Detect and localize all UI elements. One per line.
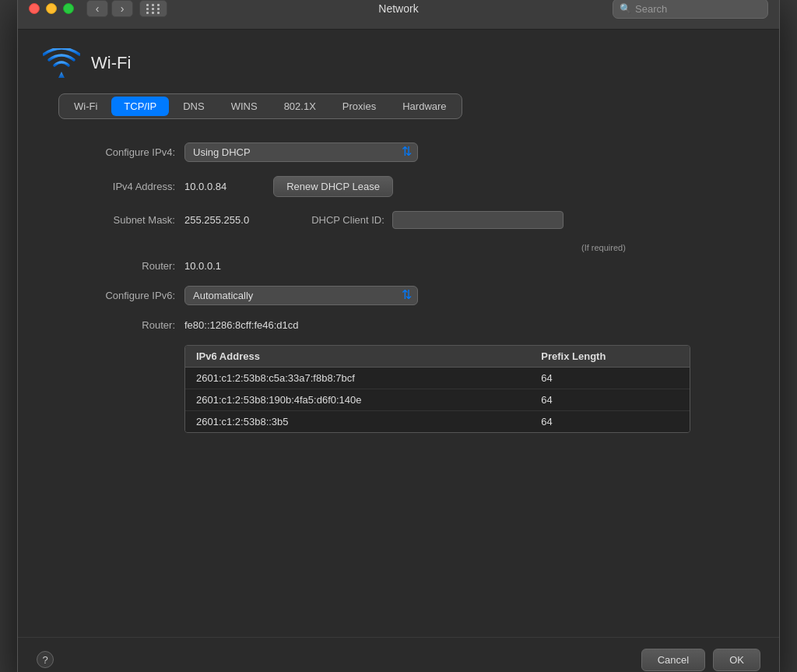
subnet-mask-label: Subnet Mask:	[51, 214, 175, 226]
titlebar: ‹ › Network 🔍	[18, 0, 779, 30]
ipv6-router-value: fe80::1286:8cff:fe46:d1cd	[184, 319, 299, 331]
ipv6-address-cell: 2601:c1:2:53b8:c5a:33a7:f8b8:7bcf	[185, 367, 530, 389]
ipv6-router-row: Router: fe80::1286:8cff:fe46:d1cd	[51, 319, 746, 331]
close-button[interactable]	[29, 3, 40, 14]
tab-wifi[interactable]: Wi-Fi	[61, 97, 110, 116]
prefix-length-cell: 64	[530, 410, 690, 432]
configure-ipv6-label: Configure IPv6:	[51, 290, 175, 301]
ipv6-address-cell: 2601:c1:2:53b8::3b5	[185, 410, 530, 432]
ipv6-table: IPv6 Address Prefix Length 2601:c1:2:53b…	[185, 346, 690, 432]
ok-button[interactable]: OK	[713, 649, 760, 671]
search-icon: 🔍	[620, 3, 631, 14]
search-input[interactable]	[635, 3, 761, 15]
ipv4-address-label: IPv4 Address:	[51, 181, 175, 192]
tab-proxies[interactable]: Proxies	[330, 97, 388, 116]
grid-button[interactable]	[139, 0, 167, 17]
table-row: 2601:c1:2:53b8::3b5 64	[185, 410, 690, 432]
router-row: Router: 10.0.0.1	[51, 260, 746, 272]
minimize-button[interactable]	[46, 3, 57, 14]
configure-ipv6-row: Configure IPv6: Automatically Manually O…	[51, 286, 746, 305]
configure-ipv6-select[interactable]: Automatically Manually Off	[184, 286, 418, 305]
wifi-header: Wi-Fi	[43, 48, 754, 78]
tabs: Wi-Fi TCP/IP DNS WINS 802.1X Proxies Har…	[58, 93, 462, 119]
prefix-length-col-header: Prefix Length	[530, 346, 690, 368]
configure-ipv6-select-wrapper: Automatically Manually Off ⇅	[184, 286, 418, 305]
renew-dhcp-button[interactable]: Renew DHCP Lease	[273, 176, 393, 197]
wifi-label: Wi-Fi	[91, 53, 131, 73]
maximize-button[interactable]	[63, 3, 74, 14]
if-required-text: (If required)	[581, 243, 626, 252]
back-button[interactable]: ‹	[86, 0, 108, 17]
table-row: 2601:c1:2:53b8:c5a:33a7:f8b8:7bcf 64	[185, 367, 690, 389]
subnet-mask-value: 255.255.255.0	[184, 214, 249, 226]
wifi-icon	[43, 48, 80, 78]
search-bar[interactable]: 🔍	[613, 0, 768, 19]
dhcp-client-id-group: DHCP Client ID:	[311, 211, 564, 229]
configure-ipv4-select-wrapper: Using DHCP Manually Using BOOTP Off ⇅	[184, 142, 418, 162]
tab-dns[interactable]: DNS	[170, 97, 216, 116]
configure-ipv4-row: Configure IPv4: Using DHCP Manually Usin…	[51, 142, 746, 162]
content-area: Wi-Fi Wi-Fi TCP/IP DNS WINS 802.1X Proxi…	[18, 30, 779, 621]
ipv6-address-cell: 2601:c1:2:53b8:190b:4fa5:d6f0:140e	[185, 389, 530, 410]
configure-ipv4-select[interactable]: Using DHCP Manually Using BOOTP Off	[184, 142, 418, 162]
tab-wins[interactable]: WINS	[219, 97, 270, 116]
cancel-button[interactable]: Cancel	[641, 649, 705, 671]
forward-button[interactable]: ›	[111, 0, 133, 17]
router-value: 10.0.0.1	[184, 260, 221, 272]
traffic-lights	[29, 3, 74, 14]
ipv6-address-col-header: IPv6 Address	[185, 346, 530, 368]
form-section: Configure IPv4: Using DHCP Manually Usin…	[43, 142, 754, 433]
footer: ? Cancel OK	[18, 637, 779, 673]
tab-tcpip[interactable]: TCP/IP	[111, 97, 169, 116]
grid-icon	[146, 4, 161, 14]
table-row: 2601:c1:2:53b8:190b:4fa5:d6f0:140e 64	[185, 389, 690, 410]
nav-buttons: ‹ ›	[86, 0, 133, 17]
footer-buttons: Cancel OK	[641, 649, 760, 671]
tab-hardware[interactable]: Hardware	[390, 97, 458, 116]
help-button[interactable]: ?	[37, 651, 54, 668]
ipv4-address-row: IPv4 Address: 10.0.0.84 Renew DHCP Lease	[51, 176, 746, 197]
prefix-length-cell: 64	[530, 389, 690, 410]
configure-ipv4-label: Configure IPv4:	[51, 146, 175, 158]
tab-8021x[interactable]: 802.1X	[272, 97, 328, 116]
network-window: ‹ › Network 🔍	[17, 0, 780, 672]
if-required-row: (If required)	[572, 243, 746, 252]
ipv6-table-container: IPv6 Address Prefix Length 2601:c1:2:53b…	[184, 345, 690, 433]
window-title: Network	[378, 2, 418, 15]
subnet-mask-row: Subnet Mask: 255.255.255.0 DHCP Client I…	[51, 211, 746, 229]
prefix-length-cell: 64	[530, 367, 690, 389]
dhcp-client-id-input[interactable]	[392, 211, 564, 229]
ipv6-router-label: Router:	[51, 319, 175, 331]
ipv4-address-value: 10.0.0.84	[184, 181, 226, 192]
dhcp-client-id-label: DHCP Client ID:	[311, 214, 384, 226]
router-label: Router:	[51, 260, 175, 272]
